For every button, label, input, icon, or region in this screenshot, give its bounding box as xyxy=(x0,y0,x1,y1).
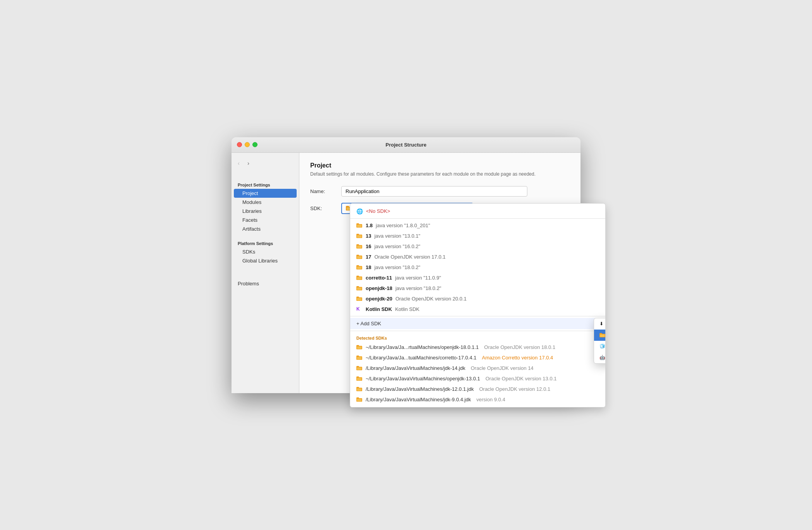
detected-folder-icon-1 xyxy=(356,355,363,360)
dropdown-item-18[interactable]: 18 java version "18.0.2" xyxy=(350,262,605,273)
svg-rect-1 xyxy=(346,206,349,207)
dropdown-item-13[interactable]: 13 java version "13.0.1" xyxy=(350,231,605,241)
sidebar-item-artifacts[interactable]: Artifacts xyxy=(232,224,299,233)
android-icon: 🤖 xyxy=(599,355,605,360)
detected-folder-icon-2 xyxy=(356,366,363,371)
download-icon: ⬇ xyxy=(599,321,603,326)
svg-rect-44 xyxy=(357,388,362,391)
detected-item-2[interactable]: /Library/Java/JavaVirtualMachines/jdk-14… xyxy=(350,363,605,373)
page-description: Default settings for all modules. Config… xyxy=(310,171,570,177)
jdk-folder-icon-18 xyxy=(356,265,363,270)
add-sdk-label: + Add SDK xyxy=(356,321,381,326)
svg-rect-41 xyxy=(357,378,362,380)
svg-rect-22 xyxy=(356,286,359,288)
content-area: ‹ › Project Settings Project Modules Lib… xyxy=(232,153,580,393)
dropdown-item-no-sdk[interactable]: 🌐 <No SDK> xyxy=(350,206,605,217)
detected-folder-icon-5 xyxy=(356,397,363,402)
sidebar-item-sdks[interactable]: SDKs xyxy=(232,247,299,256)
jdk-folder-icon-16 xyxy=(356,244,363,249)
jdk-folder-icon-openjdk20 xyxy=(356,296,363,301)
kotlin-icon: K xyxy=(356,306,363,312)
detected-ver-5: version 9.0.4 xyxy=(476,397,505,402)
svg-rect-16 xyxy=(356,265,359,267)
forward-arrow[interactable]: › xyxy=(245,159,252,167)
detected-folder-icon-0 xyxy=(356,345,363,350)
svg-rect-23 xyxy=(357,287,362,290)
main-panel: Project Default settings for all modules… xyxy=(299,153,580,393)
svg-rect-46 xyxy=(356,397,359,399)
sdk-dropdown-list: 🌐 <No SDK> 1.8 java version "1.8.0_201" … xyxy=(350,204,605,407)
detected-path-2: /Library/Java/JavaVirtualMachines/jdk-14… xyxy=(366,365,465,371)
name-row: Name: xyxy=(310,186,570,197)
traffic-lights xyxy=(237,142,257,147)
svg-rect-34 xyxy=(356,356,359,357)
svg-rect-29 xyxy=(600,334,605,337)
svg-rect-35 xyxy=(357,357,362,359)
detected-item-0[interactable]: ~/Library/Java/Ja...rtualMachines/openjd… xyxy=(350,342,605,352)
project-structure-window: Project Structure ‹ › Project Settings P… xyxy=(232,137,580,393)
svg-rect-10 xyxy=(356,244,359,246)
sidebar-item-global-libraries[interactable]: Global Libraries xyxy=(232,256,299,265)
dropdown-item-openjdk-20[interactable]: openjdk-20 Oracle OpenJDK version 20.0.1 xyxy=(350,293,605,304)
svg-rect-20 xyxy=(357,277,362,280)
add-sdk-row[interactable]: + Add SDK › ⬇ Download JDK... JDK... xyxy=(350,318,605,329)
svg-rect-28 xyxy=(599,333,602,335)
close-button[interactable] xyxy=(237,142,242,147)
svg-rect-4 xyxy=(356,223,359,225)
svg-rect-11 xyxy=(357,245,362,248)
detected-folder-icon-4 xyxy=(356,387,363,392)
submenu-intellij-plugin-sdk[interactable]: 🧊 IntelliJ Platform Plugin SDK... xyxy=(594,341,606,352)
svg-rect-43 xyxy=(356,387,359,388)
dropdown-item-1.8[interactable]: 1.8 java version "1.8.0_201" xyxy=(350,220,605,231)
submenu-folder-icon xyxy=(599,333,606,338)
detected-ver-0: Oracle OpenJDK version 18.0.1 xyxy=(484,344,556,350)
detected-item-4[interactable]: /Library/Java/JavaVirtualMachines/jdk-12… xyxy=(350,384,605,394)
detected-item-3[interactable]: ~/Library/Java/JavaVirtualMachines/openj… xyxy=(350,373,605,384)
jdk-folder-icon xyxy=(356,223,363,228)
platform-settings-heading: Platform Settings xyxy=(232,238,299,247)
svg-rect-38 xyxy=(357,367,362,370)
svg-rect-17 xyxy=(357,266,362,269)
jdk-folder-icon-corretto xyxy=(356,275,363,280)
dropdown-item-17[interactable]: 17 Oracle OpenJDK version 17.0.1 xyxy=(350,252,605,262)
minimize-button[interactable] xyxy=(245,142,250,147)
detected-ver-4: Oracle OpenJDK version 12.0.1 xyxy=(479,386,551,392)
dropdown-item-16[interactable]: 16 java version "16.0.2" xyxy=(350,241,605,252)
svg-rect-14 xyxy=(357,256,362,259)
detected-path-1: ~/Library/Java/Ja...tualMachines/corrett… xyxy=(366,355,477,361)
sidebar-item-libraries[interactable]: Libraries xyxy=(232,207,299,216)
sidebar-item-project[interactable]: Project xyxy=(234,189,297,198)
maximize-button[interactable] xyxy=(252,142,257,147)
add-sdk-submenu: ⬇ Download JDK... JDK... 🧊 IntelliJ Plat… xyxy=(594,318,606,364)
svg-rect-8 xyxy=(357,235,362,238)
sidebar-item-problems[interactable]: Problems xyxy=(232,278,299,290)
globe-icon: 🌐 xyxy=(356,208,363,214)
sidebar: ‹ › Project Settings Project Modules Lib… xyxy=(232,153,299,393)
name-label: Name: xyxy=(310,188,341,194)
svg-rect-47 xyxy=(357,399,362,401)
sidebar-item-modules[interactable]: Modules xyxy=(232,198,299,207)
title-bar: Project Structure xyxy=(232,137,580,153)
detected-item-1[interactable]: ~/Library/Java/Ja...tualMachines/corrett… xyxy=(350,352,605,363)
intellij-icon: 🧊 xyxy=(599,344,605,349)
detected-item-5[interactable]: /Library/Java/JavaVirtualMachines/jdk-9.… xyxy=(350,394,605,405)
window-title: Project Structure xyxy=(385,142,426,148)
jdk-folder-icon-17 xyxy=(356,254,363,259)
jdk-folder-icon-openjdk18 xyxy=(356,286,363,291)
submenu-android-sdk[interactable]: 🤖 Android SDK... xyxy=(594,352,606,363)
no-sdk-label: <No SDK> xyxy=(366,208,390,214)
submenu-jdk[interactable]: JDK... xyxy=(594,330,606,341)
name-input[interactable] xyxy=(341,186,527,197)
submenu-download-jdk[interactable]: ⬇ Download JDK... xyxy=(594,318,606,330)
dropdown-item-kotlin-sdk[interactable]: K Kotlin SDK Kotlin SDK xyxy=(350,304,605,314)
detected-path-5: /Library/Java/JavaVirtualMachines/jdk-9.… xyxy=(366,397,471,402)
back-arrow[interactable]: ‹ xyxy=(235,159,242,167)
detected-folder-icon-3 xyxy=(356,376,363,381)
svg-rect-25 xyxy=(356,297,359,298)
dropdown-item-openjdk-18[interactable]: openjdk-18 java version "18.0.2" xyxy=(350,283,605,293)
detected-ver-1: Amazon Corretto version 17.0.4 xyxy=(482,355,553,361)
dropdown-item-corretto-11[interactable]: corretto-11 java version "11.0.9" xyxy=(350,273,605,283)
svg-rect-32 xyxy=(357,346,362,349)
svg-rect-26 xyxy=(357,298,362,300)
sidebar-item-facets[interactable]: Facets xyxy=(232,216,299,224)
